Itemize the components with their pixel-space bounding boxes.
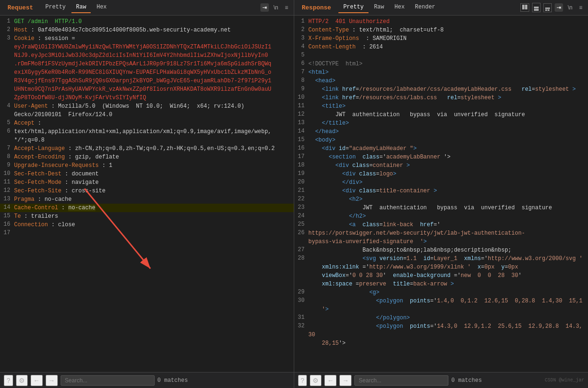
- response-line-30: 30 <polygon points='1.4,0 0,1.2 12.6,15 …: [294, 297, 588, 305]
- response-panel: Response Pretty Raw Hex Render: [294, 0, 588, 372]
- request-line-7: 7 Accept-Language : zh-CN,zh;q=0.8,zh-TW…: [0, 144, 294, 153]
- response-line-26: 26 https://portswigger.net/web-security/…: [294, 229, 588, 238]
- response-line-27: 27 Back&nbsp;to&nbsp;lab&nbsp;descriptio…: [294, 246, 588, 254]
- response-layout2-icon[interactable]: [532, 3, 541, 12]
- response-matches-count: 0 matches: [451, 377, 482, 384]
- response-tabs: Pretty Raw Hex Render: [338, 2, 440, 13]
- request-help-icon[interactable]: ?: [4, 375, 13, 386]
- tab-response-pretty[interactable]: Pretty: [338, 2, 368, 13]
- response-line-17: 17 <section class='academyLabBanner '>: [294, 153, 588, 161]
- request-line-17: 17: [0, 229, 294, 238]
- response-line-4: 4 Content-Length : 2614: [294, 43, 588, 51]
- response-line-12: 12 JWT authentication bypass via unverif…: [294, 111, 588, 119]
- request-line-3f: UHNtmo9CQ7n1PrAsHyUAVWPYckR_vzAkNwxZZp0f…: [0, 85, 294, 94]
- request-line-8: 8 Accept-Encoding : gzip, deflate: [0, 153, 294, 161]
- request-wrap-icon[interactable]: ⇥: [260, 3, 269, 12]
- response-header-icons: ⇥ \n ≡: [520, 3, 584, 12]
- request-line-6a: */*;q=0.8: [0, 136, 294, 144]
- response-line-7: 7 <html>: [294, 68, 588, 77]
- request-line-3b: NiJ9.eyJpc3MiOiJwb3J0c3dpZ2dlciIsInN1YiI…: [0, 51, 294, 60]
- response-back-icon[interactable]: ←: [324, 375, 337, 386]
- request-content: 1 GET /admin HTTP/1.0 2 Host : 0af400e40…: [0, 16, 294, 372]
- request-line-9: 9 Upgrade-Insecure-Requests : 1: [0, 161, 294, 170]
- response-line-32: 32 <polygon points='14.3,0 12.9,1.2 25.6…: [294, 322, 588, 339]
- response-forward-icon[interactable]: →: [339, 375, 352, 386]
- request-search-input[interactable]: [61, 375, 155, 386]
- response-wrap-icon[interactable]: ⇥: [555, 3, 563, 12]
- response-line-25: 25 <a class=link-back href=': [294, 221, 588, 229]
- request-line-3g: ZpP8TOoDfW8U-djJNOyM-KvjFArVtvSIYIyNfIQ: [0, 94, 294, 102]
- request-matches-count: 0 matches: [157, 377, 188, 384]
- response-line-32a: 28,15'>: [294, 339, 588, 348]
- request-line-15: 15 Te : trailers: [0, 212, 294, 221]
- tab-request-pretty[interactable]: Pretty: [41, 2, 71, 13]
- request-line-11: 11 Sec-Fetch-Mode : navigate: [0, 178, 294, 187]
- request-line-4a: Gecko/20100101 Firefox/124.0: [0, 111, 294, 119]
- request-title: Request: [4, 2, 37, 13]
- request-line-3e: R3V4gcjfEns97TggAShSuR9jQ0sGXOarpnjZkBYO…: [0, 77, 294, 85]
- response-header: Response Pretty Raw Hex Render: [294, 0, 588, 16]
- tab-request-hex[interactable]: Hex: [92, 2, 111, 13]
- response-bottom-bar: ? ⚙ ← → 0 matches CSDN @wine_jar: [294, 372, 588, 388]
- request-header-icons: ⇥ \n ≡: [260, 3, 290, 12]
- tab-response-raw[interactable]: Raw: [369, 2, 389, 13]
- response-line-29: 29 <g>: [294, 288, 588, 297]
- response-line-3: 3 X-Frame-Options : SAMEORIGIN: [294, 34, 588, 43]
- request-back-icon[interactable]: ←: [31, 375, 43, 386]
- tab-request-raw[interactable]: Raw: [71, 2, 91, 13]
- request-line-5: 5 Accept :: [0, 119, 294, 127]
- response-line-31: 31 </polygon>: [294, 314, 588, 322]
- response-line-20: 20 </div>: [294, 178, 588, 187]
- response-line-28c: xml:space =preserve title=back-arrow >: [294, 280, 588, 288]
- request-newline-icon[interactable]: \n: [272, 3, 280, 12]
- response-line-14: 14 </head>: [294, 127, 588, 136]
- response-line-10: 10 <link href=/resources/css/labs.css re…: [294, 94, 588, 102]
- request-line-3: 3 Cookie : session =: [0, 34, 294, 43]
- request-header: Request Pretty Raw Hex ⇥ \n ≡: [0, 0, 294, 16]
- request-bottom-bar: ? ⚙ ← → 0 matches: [0, 372, 294, 388]
- response-line-15: 15 <body>: [294, 136, 588, 144]
- response-line-13: 13 </title>: [294, 119, 588, 127]
- response-line-28b: viewBox='0 0 28 30' enable-background ='…: [294, 271, 588, 280]
- response-line-18: 18 <div class=container >: [294, 161, 588, 170]
- response-line-24: 24 </h2>: [294, 212, 588, 221]
- request-line-10: 10 Sec-Fetch-Dest : document: [0, 170, 294, 178]
- response-help-icon[interactable]: ?: [298, 375, 307, 386]
- response-line-9: 9 <link href=/resources/labheader/css/ac…: [294, 85, 588, 94]
- attribution: CSDN @wine_jar: [545, 378, 584, 383]
- response-line-16: 16 <div id="academyLabHeader ">: [294, 144, 588, 153]
- request-line-3d: exiXGygy5KeR0b4RoR-R99NEC8lGXIUQYnw-EUPA…: [0, 68, 294, 77]
- request-line-12: 12 Sec-Fetch-Site : cross-site: [0, 187, 294, 195]
- response-menu-icon[interactable]: ≡: [577, 3, 584, 12]
- response-title: Response: [298, 2, 335, 13]
- request-tabs: Pretty Raw Hex: [41, 2, 111, 13]
- request-line-16: 16 Connection : close: [0, 221, 294, 229]
- request-settings-icon[interactable]: ⚙: [16, 375, 28, 386]
- request-line-4: 4 User-Agent : Mozilla/5.0 (Windows NT 1…: [0, 102, 294, 111]
- response-line-11: 11 <title>: [294, 102, 588, 111]
- response-line-21: 21 <div class=title-container >: [294, 187, 588, 195]
- response-line-19: 19 <div class=logo>: [294, 170, 588, 178]
- response-settings-icon[interactable]: ⚙: [310, 375, 321, 386]
- response-content: 1 HTTP/2 401 Unauthorized 2 Content-Type…: [294, 16, 588, 372]
- response-line-23: 23 JWT authentication bypass via unverif…: [294, 204, 588, 212]
- tab-response-render[interactable]: Render: [410, 2, 440, 13]
- request-line-6: 6 text/html,application/xhtml+xml,applic…: [0, 127, 294, 136]
- request-menu-icon[interactable]: ≡: [283, 3, 290, 12]
- request-line-3a: eyJraWQiOiI3YWU0ZmlwMy1iNzQwLTRhYWMtYjA0…: [0, 43, 294, 51]
- response-search-input[interactable]: [354, 375, 448, 386]
- request-line-1: 1 GET /admin HTTP/1.0: [0, 17, 294, 26]
- response-layout3-icon[interactable]: [543, 3, 552, 12]
- request-line-2: 2 Host : 0af400e4034c7cbc80951c4000f8005…: [0, 26, 294, 34]
- request-forward-icon[interactable]: →: [46, 375, 58, 386]
- response-line-8: 8 <head>: [294, 77, 588, 85]
- tab-response-hex[interactable]: Hex: [390, 2, 409, 13]
- response-line-22: 22 <h2>: [294, 195, 588, 204]
- response-line-30a: '>: [294, 305, 588, 314]
- response-newline-icon[interactable]: \n: [566, 3, 574, 12]
- response-line-1: 1 HTTP/2 401 Unauthorized: [294, 17, 588, 26]
- request-line-14: 14 Cache-Control : no-cache: [0, 204, 294, 212]
- response-layout1-icon[interactable]: [520, 3, 529, 12]
- response-line-26a: bypass-via-unverified-signature '>: [294, 238, 588, 246]
- response-line-28: 28 <svg version=1.1 id=Layer_1 xmlns='ht…: [294, 254, 588, 263]
